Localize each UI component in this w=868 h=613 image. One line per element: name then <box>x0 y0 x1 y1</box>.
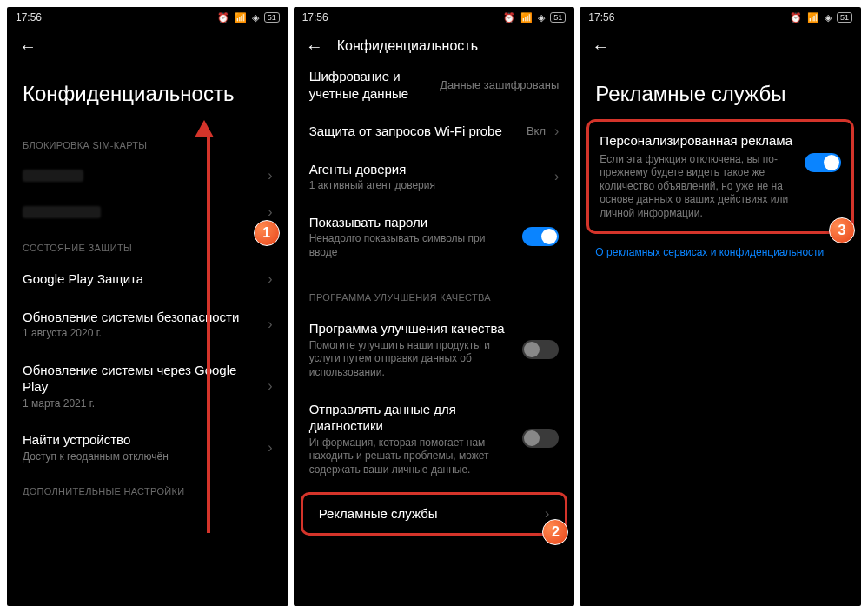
item-sublabel: Доступ к геоданным отключён <box>23 450 259 464</box>
section-sim-lock: БЛОКИРОВКА SIM-КАРТЫ <box>7 128 288 157</box>
item-show-passwords[interactable]: Показывать пароли Ненадолго показывать с… <box>294 203 575 270</box>
signal-icon: 📶 <box>235 12 247 23</box>
signal-icon: 📶 <box>807 12 819 23</box>
item-security-update[interactable]: Обновление системы безопасности 1 август… <box>7 298 288 351</box>
status-bar: 17:56 ⏰ 📶 ◈ 51 <box>580 7 861 28</box>
item-diagnostics[interactable]: Отправлять данные для диагностики Информ… <box>294 390 575 488</box>
scroll-arrow-annotation <box>202 120 214 533</box>
chevron-icon: › <box>545 506 549 522</box>
item-play-protect[interactable]: Google Play Защита › <box>7 260 288 298</box>
item-value: Вкл <box>527 124 546 137</box>
sim-blurred-1 <box>23 170 83 182</box>
alarm-icon: ⏰ <box>503 12 515 23</box>
chevron-icon: › <box>554 169 559 184</box>
toggle-show-passwords[interactable] <box>522 227 559 246</box>
back-icon[interactable]: ← <box>592 37 609 57</box>
screen-privacy-top: 17:56 ⏰ 📶 ◈ 51 ← Конфиденциальность БЛОК… <box>7 7 288 606</box>
screen-privacy-scrolled: 17:56 ⏰ 📶 ◈ 51 ← Конфиденциальность Шифр… <box>294 7 575 606</box>
item-label: Показывать пароли <box>309 214 514 231</box>
item-sublabel: 1 активный агент доверия <box>309 179 546 193</box>
status-time: 17:56 <box>588 11 614 23</box>
status-time: 17:56 <box>16 11 42 23</box>
chevron-icon: › <box>268 271 272 287</box>
item-sublabel: 1 августа 2020 г. <box>23 327 259 341</box>
status-icons: ⏰ 📶 ◈ 51 <box>503 12 566 23</box>
header-row: ← <box>7 28 288 64</box>
header-title: Конфиденциальность <box>337 38 478 54</box>
battery-icon: 51 <box>837 12 852 23</box>
highlight-personalized-ads: Персонализированная реклама Если эта фун… <box>586 119 854 233</box>
item-find-device[interactable]: Найти устройство Доступ к геоданным откл… <box>7 421 288 474</box>
back-icon[interactable]: ← <box>306 37 323 57</box>
item-gplay-update[interactable]: Обновление системы через Google Play 1 м… <box>7 351 288 422</box>
item-label: Google Play Защита <box>23 270 259 288</box>
item-sublabel: Если эта функция отключена, вы по-прежне… <box>600 153 796 221</box>
item-wifi-probe[interactable]: Защита от запросов Wi-Fi probe Вкл › <box>294 112 575 150</box>
status-bar: 17:56 ⏰ 📶 ◈ 51 <box>7 7 288 28</box>
status-icons: ⏰ 📶 ◈ 51 <box>790 12 852 23</box>
toggle-improvement[interactable] <box>522 340 559 359</box>
alarm-icon: ⏰ <box>790 12 802 23</box>
status-icons: ⏰ 📶 ◈ 51 <box>217 12 280 23</box>
chevron-icon: › <box>268 204 272 220</box>
header-row: ← <box>580 28 861 64</box>
screen-ad-services: 17:56 ⏰ 📶 ◈ 51 ← Рекламные службы Персон… <box>580 7 861 606</box>
status-bar: 17:56 ⏰ 📶 ◈ 51 <box>294 7 575 28</box>
item-label: Обновление системы безопасности <box>23 309 259 326</box>
wifi-icon: ◈ <box>825 12 832 23</box>
status-time: 17:56 <box>302 11 328 23</box>
item-value: Данные зашифрованы <box>440 78 559 91</box>
item-sublabel: 1 марта 2021 г. <box>23 397 259 411</box>
step-badge-3: 3 <box>829 217 855 243</box>
item-encryption[interactable]: Шифрование и учетные данные Данные зашиф… <box>294 64 575 112</box>
chevron-icon: › <box>268 316 272 332</box>
item-label: Программа улучшения качества <box>309 320 514 337</box>
section-additional: ДОПОЛНИТЕЛЬНЫЕ НАСТРОЙКИ <box>7 474 288 503</box>
signal-icon: 📶 <box>520 12 533 23</box>
chevron-icon: › <box>268 168 272 183</box>
back-icon[interactable]: ← <box>19 37 36 57</box>
sim-item-2[interactable]: › <box>7 194 288 230</box>
item-ad-services[interactable]: Рекламные службы › <box>303 495 566 533</box>
item-label: Рекламные службы <box>319 505 536 523</box>
toggle-diagnostics[interactable] <box>522 429 559 448</box>
item-sublabel: Помогите улучшить наши продукты и услуги… <box>309 339 514 380</box>
item-sublabel: Ненадолго показывать символы при вводе <box>309 232 514 259</box>
item-personalized-ads[interactable]: Персонализированная реклама Если эта фун… <box>589 122 851 230</box>
wifi-icon: ◈ <box>538 12 545 23</box>
chevron-icon: › <box>554 123 559 139</box>
item-label: Шифрование и учетные данные <box>309 68 432 102</box>
alarm-icon: ⏰ <box>217 12 229 23</box>
sim-blurred-2 <box>23 206 101 218</box>
chevron-icon: › <box>268 440 272 456</box>
page-title: Рекламные службы <box>580 64 861 119</box>
section-improvement: ПРОГРАММА УЛУЧШЕНИЯ КАЧЕСТВА <box>294 270 575 310</box>
item-improvement-program[interactable]: Программа улучшения качества Помогите ул… <box>294 310 575 390</box>
item-label: Обновление системы через Google Play <box>23 362 259 396</box>
section-protection: СОСТОЯНИЕ ЗАЩИТЫ <box>7 230 288 260</box>
item-sublabel: Информация, которая помогает нам находит… <box>309 436 514 477</box>
toggle-personalized-ads[interactable] <box>805 153 841 172</box>
step-badge-2: 2 <box>542 519 568 545</box>
wifi-icon: ◈ <box>252 12 259 23</box>
battery-icon: 51 <box>264 12 280 23</box>
item-label: Отправлять данные для диагностики <box>309 401 514 435</box>
link-about-ads[interactable]: О рекламных сервисах и конфиденциальност… <box>580 234 861 270</box>
item-label: Защита от запросов Wi-Fi probe <box>309 123 518 140</box>
item-trust-agents[interactable]: Агенты доверия 1 активный агент доверия … <box>294 150 575 203</box>
header-row: ← Конфиденциальность <box>294 28 575 64</box>
item-label: Агенты доверия <box>309 161 546 178</box>
sim-item-1[interactable]: › <box>7 157 288 194</box>
step-badge-1: 1 <box>254 220 280 246</box>
item-label: Найти устройство <box>23 431 259 449</box>
page-title: Конфиденциальность <box>7 64 288 128</box>
chevron-icon: › <box>268 378 272 394</box>
item-label: Персонализированная реклама <box>600 132 796 150</box>
highlight-ad-services: Рекламные службы › 2 <box>301 492 568 536</box>
battery-icon: 51 <box>550 12 566 23</box>
